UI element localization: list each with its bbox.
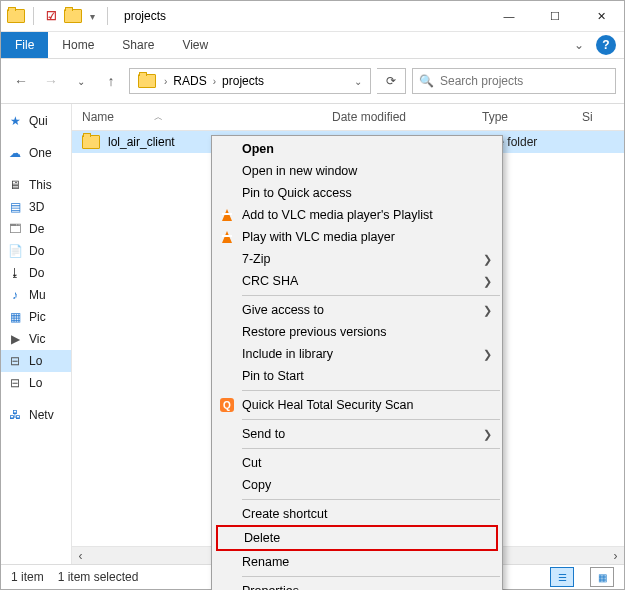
vlc-icon	[218, 228, 236, 246]
menu-separator	[242, 419, 500, 420]
sidebar-item-desktop[interactable]: 🗔De	[1, 218, 71, 240]
qat-customize-icon[interactable]: ▾	[86, 11, 99, 22]
help-button[interactable]: ?	[596, 35, 616, 55]
menu-cut[interactable]: Cut	[212, 452, 502, 474]
sidebar-item-onedrive[interactable]: ☁One	[1, 142, 71, 164]
menu-pin-quick-access[interactable]: Pin to Quick access	[212, 182, 502, 204]
recent-dropdown-icon[interactable]: ⌄	[69, 69, 93, 93]
minimize-button[interactable]: —	[486, 1, 532, 31]
up-button[interactable]: ↑	[99, 69, 123, 93]
menu-separator	[242, 295, 500, 296]
column-headers[interactable]: Name︿ Date modified Type Si	[72, 104, 624, 131]
column-size[interactable]: Si	[582, 110, 593, 124]
document-icon: 📄	[7, 243, 23, 259]
sidebar-item-videos[interactable]: ▶Vic	[1, 328, 71, 350]
close-button[interactable]: ✕	[578, 1, 624, 31]
menu-label: Delete	[244, 531, 280, 545]
qat-properties-icon[interactable]: ☑	[42, 7, 60, 25]
quickheal-icon: Q	[218, 396, 236, 414]
tab-view[interactable]: View	[168, 32, 222, 58]
sidebar-item-music[interactable]: ♪Mu	[1, 284, 71, 306]
sidebar-item-label: Lo	[29, 376, 42, 390]
forward-button[interactable]: →	[39, 69, 63, 93]
sidebar-item-label: Do	[29, 244, 44, 258]
menu-rename[interactable]: Rename	[212, 551, 502, 573]
menu-separator	[242, 448, 500, 449]
sidebar-item-label: 3D	[29, 200, 44, 214]
pc-icon: 🖥	[7, 177, 23, 193]
submenu-arrow-icon: ❯	[483, 275, 492, 288]
sidebar-item-downloads[interactable]: ⭳Do	[1, 262, 71, 284]
column-type[interactable]: Type	[482, 110, 582, 124]
navigation-pane[interactable]: ★Qui ☁One 🖥This ▤3D 🗔De 📄Do ⭳Do ♪Mu ▦Pic…	[1, 104, 72, 564]
menu-open-new-window[interactable]: Open in new window	[212, 160, 502, 182]
menu-give-access[interactable]: Give access to❯	[212, 299, 502, 321]
large-icons-view-button[interactable]: ▦	[590, 567, 614, 587]
breadcrumb[interactable]: projects	[218, 74, 268, 88]
music-icon: ♪	[7, 287, 23, 303]
menu-vlc-play[interactable]: Play with VLC media player	[212, 226, 502, 248]
column-name[interactable]: Name︿	[82, 110, 332, 124]
menu-restore-versions[interactable]: Restore previous versions	[212, 321, 502, 343]
highlight-box: Delete	[216, 525, 498, 551]
navigation-bar: ← → ⌄ ↑ › RADS › projects ⌄ ⟳ 🔍 Search p…	[1, 59, 624, 104]
file-name-label: lol_air_client	[108, 135, 175, 149]
sidebar-item-documents[interactable]: 📄Do	[1, 240, 71, 262]
search-box[interactable]: 🔍 Search projects	[412, 68, 616, 94]
scroll-right-icon[interactable]: ›	[607, 547, 624, 564]
menu-quickheal-scan[interactable]: QQuick Heal Total Security Scan	[212, 394, 502, 416]
menu-properties[interactable]: Properties	[212, 580, 502, 590]
sidebar-item-3d[interactable]: ▤3D	[1, 196, 71, 218]
sidebar-item-quick-access[interactable]: ★Qui	[1, 110, 71, 132]
ribbon-tabs: File Home Share View ⌄ ?	[1, 32, 624, 59]
maximize-button[interactable]: ☐	[532, 1, 578, 31]
qat-new-folder-icon[interactable]	[64, 7, 82, 25]
scroll-left-icon[interactable]: ‹	[72, 547, 89, 564]
sort-asc-icon: ︿	[154, 111, 163, 124]
address-folder-icon	[138, 74, 156, 88]
menu-include-library[interactable]: Include in library❯	[212, 343, 502, 365]
refresh-button[interactable]: ⟳	[377, 68, 406, 94]
drive-icon: ⊟	[7, 375, 23, 391]
back-button[interactable]: ←	[9, 69, 33, 93]
menu-delete[interactable]: Delete	[218, 527, 496, 549]
sidebar-item-label: Pic	[29, 310, 46, 324]
submenu-arrow-icon: ❯	[483, 253, 492, 266]
menu-separator	[242, 390, 500, 391]
picture-icon: ▦	[7, 309, 23, 325]
tab-share[interactable]: Share	[108, 32, 168, 58]
chevron-right-icon[interactable]: ›	[162, 76, 169, 87]
tab-home[interactable]: Home	[48, 32, 108, 58]
sidebar-item-local-disk[interactable]: ⊟Lo	[1, 350, 71, 372]
details-view-button[interactable]: ☰	[550, 567, 574, 587]
sidebar-item-network[interactable]: 🖧Netv	[1, 404, 71, 426]
menu-vlc-add-playlist[interactable]: Add to VLC media player's Playlist	[212, 204, 502, 226]
menu-label: Create shortcut	[242, 507, 327, 521]
menu-7zip[interactable]: 7-Zip❯	[212, 248, 502, 270]
sidebar-item-this-pc[interactable]: 🖥This	[1, 174, 71, 196]
column-date[interactable]: Date modified	[332, 110, 482, 124]
context-menu: Open Open in new window Pin to Quick acc…	[211, 135, 503, 590]
menu-label: Rename	[242, 555, 289, 569]
breadcrumb[interactable]: RADS	[169, 74, 210, 88]
menu-open[interactable]: Open	[212, 138, 502, 160]
sidebar-item-label: De	[29, 222, 44, 236]
address-bar[interactable]: › RADS › projects ⌄	[129, 68, 371, 94]
star-icon: ★	[7, 113, 23, 129]
menu-crc-sha[interactable]: CRC SHA❯	[212, 270, 502, 292]
menu-create-shortcut[interactable]: Create shortcut	[212, 503, 502, 525]
drive-icon: ⊟	[7, 353, 23, 369]
menu-copy[interactable]: Copy	[212, 474, 502, 496]
sidebar-item-pictures[interactable]: ▦Pic	[1, 306, 71, 328]
menu-pin-start[interactable]: Pin to Start	[212, 365, 502, 387]
menu-label: Open	[242, 142, 274, 156]
download-icon: ⭳	[7, 265, 23, 281]
file-tab[interactable]: File	[1, 32, 48, 58]
menu-label: Cut	[242, 456, 261, 470]
chevron-right-icon[interactable]: ›	[211, 76, 218, 87]
address-dropdown-icon[interactable]: ⌄	[348, 76, 368, 87]
menu-send-to[interactable]: Send to❯	[212, 423, 502, 445]
ribbon-collapse-icon[interactable]: ⌄	[566, 32, 592, 58]
submenu-arrow-icon: ❯	[483, 348, 492, 361]
sidebar-item-local-disk-2[interactable]: ⊟Lo	[1, 372, 71, 394]
